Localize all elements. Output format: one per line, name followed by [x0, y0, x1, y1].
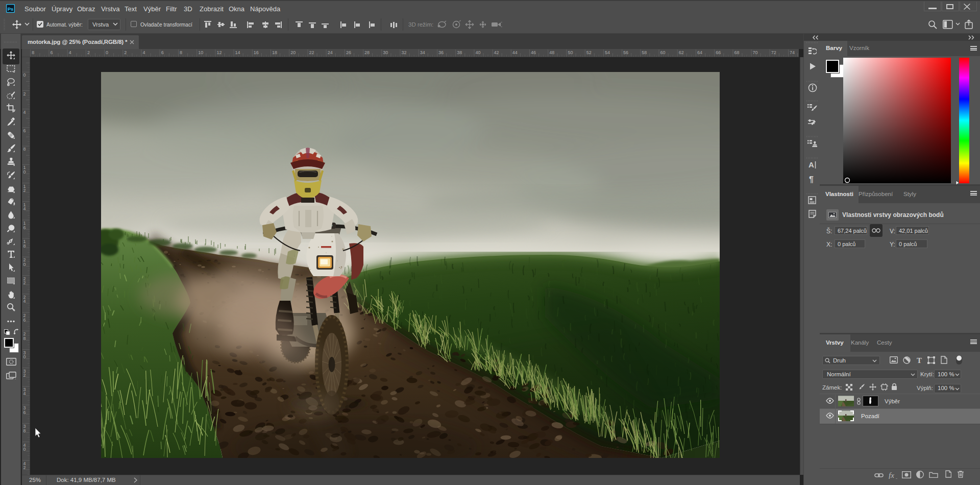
- svg-text:2: 2: [23, 188, 26, 193]
- svg-text:2: 2: [23, 465, 26, 470]
- svg-text:8: 8: [23, 147, 26, 152]
- svg-text:4: 4: [23, 391, 26, 396]
- svg-text:6: 6: [161, 50, 164, 55]
- svg-text:10: 10: [198, 50, 203, 55]
- svg-text:2: 2: [124, 50, 127, 55]
- svg-text:0: 0: [23, 72, 26, 78]
- svg-text:8: 8: [23, 428, 26, 433]
- svg-text:4: 4: [23, 206, 26, 211]
- svg-text:68: 68: [734, 50, 739, 55]
- svg-text:22: 22: [309, 50, 314, 55]
- svg-text:40: 40: [475, 50, 480, 55]
- svg-text:60: 60: [660, 50, 666, 55]
- svg-text:6: 6: [51, 50, 53, 55]
- svg-text:14: 14: [235, 50, 240, 55]
- svg-text:6: 6: [23, 225, 26, 230]
- svg-text:38: 38: [457, 50, 462, 55]
- svg-text:54: 54: [605, 50, 610, 55]
- svg-text:34: 34: [420, 50, 425, 55]
- svg-text:8: 8: [23, 336, 26, 341]
- svg-text:48: 48: [549, 50, 554, 55]
- svg-text:4: 4: [143, 50, 145, 55]
- svg-text:44: 44: [512, 50, 518, 55]
- svg-text:4: 4: [23, 299, 26, 304]
- svg-text:30: 30: [383, 50, 388, 55]
- svg-text:Ps: Ps: [8, 6, 14, 12]
- svg-text:74: 74: [790, 50, 795, 55]
- svg-text:2: 2: [23, 91, 26, 96]
- svg-text:64: 64: [697, 50, 702, 55]
- svg-text:2: 2: [87, 50, 90, 55]
- svg-text:8: 8: [23, 244, 26, 249]
- svg-text:8: 8: [32, 50, 34, 55]
- svg-text:26: 26: [346, 50, 351, 55]
- svg-text:32: 32: [402, 50, 407, 55]
- svg-text:0: 0: [23, 447, 26, 452]
- svg-text:¶: ¶: [809, 175, 814, 184]
- svg-text:6: 6: [23, 128, 26, 133]
- svg-text:62: 62: [679, 50, 684, 55]
- svg-text:4: 4: [23, 110, 26, 115]
- svg-text:18: 18: [272, 50, 277, 55]
- svg-text:8: 8: [180, 50, 182, 55]
- svg-text:66: 66: [716, 50, 721, 55]
- svg-text:24: 24: [328, 50, 333, 55]
- svg-text:0: 0: [23, 262, 26, 267]
- svg-text:36: 36: [438, 50, 444, 55]
- svg-text:2: 2: [23, 280, 26, 285]
- svg-text:A: A: [808, 160, 814, 169]
- svg-text:16: 16: [254, 50, 259, 55]
- svg-text:52: 52: [586, 50, 592, 55]
- svg-text:6: 6: [23, 318, 26, 323]
- svg-text:72: 72: [771, 50, 776, 55]
- svg-text:0: 0: [23, 169, 26, 175]
- svg-text:46: 46: [531, 50, 536, 55]
- svg-text:70: 70: [753, 50, 758, 55]
- svg-text:56: 56: [623, 50, 628, 55]
- svg-text:4: 4: [69, 50, 71, 55]
- svg-text:58: 58: [642, 50, 647, 55]
- svg-text:50: 50: [568, 50, 573, 55]
- svg-text:28: 28: [364, 50, 370, 55]
- svg-text:2: 2: [23, 373, 26, 378]
- svg-text:6: 6: [23, 410, 26, 415]
- svg-text:12: 12: [216, 50, 222, 55]
- svg-text:42: 42: [494, 50, 499, 55]
- svg-text:T: T: [917, 356, 922, 363]
- svg-text:20: 20: [290, 50, 296, 55]
- svg-text:fx: fx: [889, 471, 894, 479]
- svg-text:0: 0: [106, 50, 108, 55]
- svg-text:0: 0: [23, 354, 26, 359]
